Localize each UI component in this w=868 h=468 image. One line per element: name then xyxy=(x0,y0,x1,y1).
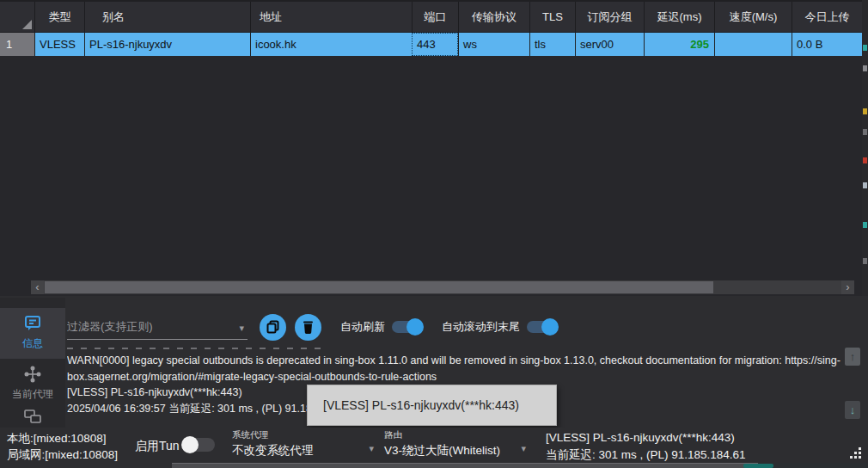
col-header-type[interactable]: 类型 xyxy=(34,2,84,32)
tab-info-label: 信息 xyxy=(22,336,43,351)
sliver-fragment xyxy=(863,65,867,71)
auto-scroll-label: 自动滚动到末尾 xyxy=(442,319,520,335)
background-teal-fragment xyxy=(743,464,773,468)
auto-refresh-label: 自动刷新 xyxy=(340,319,385,335)
col-header-upload[interactable]: 今日上传 xyxy=(792,2,862,32)
col-header-port[interactable]: 端口 xyxy=(412,2,458,32)
latency-status: 当前延迟: 301 ms , (PL) 91.185.184.61 xyxy=(546,447,746,463)
chevron-down-icon: ▾ xyxy=(521,443,526,454)
col-header-tls[interactable]: TLS xyxy=(529,2,575,32)
background-window-edge xyxy=(172,463,758,468)
col-header-transport[interactable]: 传输协议 xyxy=(458,2,529,32)
tooltip-text: [VLESS] PL-s16-njkuyxdv(***hk:443) xyxy=(323,398,519,412)
sliver-fragment xyxy=(863,222,867,228)
node-tooltip: [VLESS] PL-s16-njkuyxdv(***hk:443) xyxy=(307,385,557,426)
filter-combobox[interactable]: ▾ xyxy=(67,314,248,340)
sliver-fragment xyxy=(863,108,867,114)
sliver-fragment xyxy=(863,182,867,188)
select-all-corner[interactable] xyxy=(0,2,34,32)
cell-upload[interactable]: 0.0 B xyxy=(792,33,862,56)
toggle-knob xyxy=(541,318,559,336)
col-header-group[interactable]: 订阅分组 xyxy=(575,2,644,32)
cell-address[interactable]: icook.hk xyxy=(250,33,412,56)
cell-alias[interactable]: PL-s16-njkuyxdv xyxy=(84,33,250,56)
tab-current-proxy[interactable]: 当前代理 xyxy=(0,359,65,402)
background-window-sliver xyxy=(862,0,868,296)
system-proxy-label: 系统代理 xyxy=(232,429,374,441)
system-proxy-value: 不改变系统代理 xyxy=(232,443,374,459)
clear-log-button[interactable] xyxy=(295,314,321,341)
log-toolbar: ▾ 自动刷新 自动滚动到末尾 xyxy=(67,311,566,342)
scroll-up-button[interactable]: ↑ xyxy=(845,348,860,366)
col-header-address[interactable]: 地址 xyxy=(250,2,412,32)
cell-speed[interactable] xyxy=(714,33,792,56)
status-bar: 本地:[mixed:10808] 局域网:[mixed:10808] 启用Tun… xyxy=(0,428,868,462)
cell-latency[interactable]: 295 xyxy=(644,33,714,56)
copy-icon xyxy=(266,320,279,334)
scroll-down-button[interactable]: ↓ xyxy=(845,401,860,419)
table-row[interactable]: 1 VLESS PL-s16-njkuyxdv icook.hk 443 ws … xyxy=(0,33,862,56)
system-proxy-select[interactable]: 系统代理 不改变系统代理 ▾ xyxy=(232,429,374,463)
message-icon xyxy=(23,315,42,335)
cell-type[interactable]: VLESS xyxy=(34,33,84,56)
sliver-fragment xyxy=(863,129,867,135)
active-node-status: [VLESS] PL-s16-njkuyxdv(***hk:443) xyxy=(546,431,735,444)
toggle-knob xyxy=(181,436,199,453)
lan-proxy-status: 局域网:[mixed:10808] xyxy=(7,447,118,463)
log-line: WARN[0000] legacy special outbounds is d… xyxy=(67,353,842,369)
sliver-fragment xyxy=(863,157,867,163)
scroll-left-icon[interactable]: ‹ xyxy=(31,280,44,294)
enable-tun-toggle[interactable] xyxy=(182,438,215,452)
auto-scroll-toggle[interactable] xyxy=(527,321,558,333)
tab-info[interactable]: 信息 xyxy=(0,308,65,359)
server-table: 类型 别名 地址 端口 传输协议 TLS 订阅分组 延迟(ms) 速度(M/s)… xyxy=(0,0,862,296)
scroll-right-icon[interactable]: › xyxy=(841,280,854,294)
arrow-up-icon: ↑ xyxy=(850,350,856,363)
scrollbar-track[interactable] xyxy=(44,280,841,294)
clipped-log-line xyxy=(67,348,325,352)
sliver-fragment xyxy=(863,258,867,264)
routing-value: V3-绕过大陆(Whitelist) xyxy=(384,443,526,459)
cell-tls[interactable]: tls xyxy=(529,33,575,56)
toggle-knob xyxy=(406,318,424,336)
tab-current-proxy-label: 当前代理 xyxy=(12,387,53,402)
cell-port[interactable]: 443 xyxy=(412,33,458,56)
sliver-fragment xyxy=(863,45,867,51)
routing-label: 路由 xyxy=(384,429,526,441)
row-number[interactable]: 1 xyxy=(0,33,34,56)
cell-group[interactable]: serv00 xyxy=(575,33,644,56)
tab-current-connections[interactable]: 当前连接 xyxy=(0,402,65,428)
chevron-down-icon: ▾ xyxy=(369,443,374,454)
log-line: box.sagernet.org/migration/#migrate-lega… xyxy=(67,369,842,385)
enable-tun-label: 启用Tun xyxy=(135,439,180,454)
background-window-edge xyxy=(758,463,868,468)
taskbar-sliver xyxy=(0,462,868,468)
share-nodes-icon xyxy=(24,366,41,385)
routing-select[interactable]: 路由 V3-绕过大陆(Whitelist) ▾ xyxy=(384,429,526,463)
copy-log-button[interactable] xyxy=(260,314,286,341)
arrow-down-icon: ↓ xyxy=(850,403,856,416)
app-window: 类型 别名 地址 端口 传输协议 TLS 订阅分组 延迟(ms) 速度(M/s)… xyxy=(0,0,868,468)
col-header-alias[interactable]: 别名 xyxy=(84,2,250,32)
corner-triangle-icon xyxy=(22,20,32,29)
col-header-latency[interactable]: 延迟(ms) xyxy=(644,2,714,32)
filter-input[interactable] xyxy=(67,314,222,338)
panel-sidebar: 信息 当前代理 当前连接 xyxy=(0,298,65,428)
trash-icon xyxy=(303,321,314,334)
col-header-speed[interactable]: 速度(M/s) xyxy=(714,2,792,32)
chevron-down-icon[interactable]: ▾ xyxy=(239,323,244,334)
computers-icon xyxy=(23,409,42,427)
local-proxy-status: 本地:[mixed:10808] xyxy=(7,431,107,446)
scrollbar-thumb[interactable] xyxy=(45,281,713,293)
cell-transport[interactable]: ws xyxy=(458,33,529,56)
horizontal-scrollbar[interactable]: ‹ › xyxy=(31,280,854,294)
resize-grip[interactable] xyxy=(847,446,861,459)
auto-refresh-toggle[interactable] xyxy=(392,321,423,333)
table-header-row: 类型 别名 地址 端口 传输协议 TLS 订阅分组 延迟(ms) 速度(M/s)… xyxy=(0,2,862,33)
